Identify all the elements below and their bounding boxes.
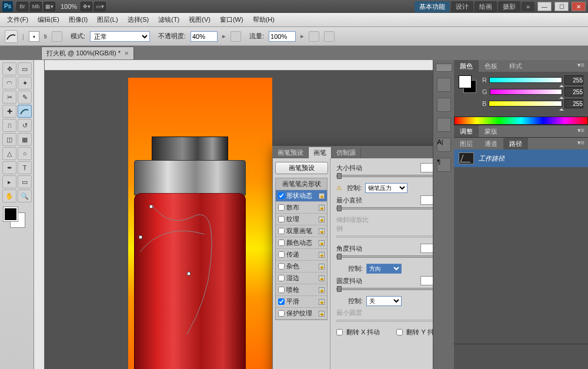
control3-select[interactable]: 关 — [366, 296, 402, 306]
size-jitter-input[interactable] — [420, 163, 433, 172]
lock-icon[interactable]: 🔒 — [319, 252, 325, 258]
menu-window[interactable]: 窗口(W) — [216, 14, 247, 26]
menu-file[interactable]: 文件(F) — [4, 14, 32, 26]
viewmode-icon[interactable]: ▦▾ — [44, 2, 55, 11]
panel-collapse-icon[interactable]: ▸▸ ▾≡ — [429, 151, 433, 158]
mode-select[interactable]: 正常 — [90, 31, 150, 42]
minimize-button[interactable]: — — [537, 2, 552, 11]
brush-tool[interactable] — [18, 105, 32, 118]
min-diam-slider[interactable] — [336, 207, 433, 210]
round-jitter-input[interactable] — [420, 276, 433, 285]
tablet-pressure-icon[interactable] — [324, 31, 335, 42]
tab-adjustments[interactable]: 调整 — [454, 125, 479, 137]
control2-select[interactable]: 方向 — [366, 264, 402, 274]
marquee-tool[interactable]: ▭ — [18, 62, 32, 75]
opt-dual-brush[interactable]: 双重画笔🔒 — [276, 225, 327, 237]
lock-icon[interactable]: 🔒 — [319, 264, 325, 270]
angle-jitter-slider[interactable] — [336, 255, 433, 258]
opt-protect-texture[interactable]: 保护纹理🔒 — [276, 308, 327, 320]
lock-icon[interactable]: 🔒 — [319, 217, 325, 222]
opt-scattering[interactable]: 散布🔒 — [276, 202, 327, 214]
tab-paths[interactable]: 路径 — [503, 138, 528, 149]
opt-airbrush[interactable]: 喷枪🔒 — [276, 284, 327, 296]
dock-navigator-icon[interactable] — [437, 78, 451, 92]
lock-icon[interactable]: 🔒 — [319, 287, 325, 293]
angle-jitter-input[interactable] — [420, 244, 433, 253]
tab-clone-source[interactable]: 仿制源 — [332, 147, 361, 158]
close-button[interactable]: ✕ — [572, 2, 586, 11]
opt-tip-shape[interactable]: 画笔笔尖形状 — [276, 178, 327, 190]
menu-image[interactable]: 图像(I) — [65, 14, 91, 26]
canvas[interactable] — [128, 78, 272, 369]
opt-smoothing[interactable]: 平滑🔒 — [276, 296, 327, 308]
opt-shape-dynamics[interactable]: 形状动态🔒 — [276, 190, 327, 202]
color-spectrum[interactable] — [454, 117, 588, 125]
path-item-work[interactable]: 工作路径 — [454, 149, 588, 167]
foreground-color[interactable] — [4, 207, 18, 221]
workspace-tab-basic[interactable]: 基本功能 — [415, 1, 450, 12]
close-tab-icon[interactable]: ✕ — [124, 50, 129, 56]
b-slider[interactable] — [489, 101, 562, 107]
menu-edit[interactable]: 编辑(E) — [34, 14, 63, 26]
heal-tool[interactable]: ✚ — [2, 105, 16, 118]
g-input[interactable] — [564, 87, 583, 97]
tab-channels[interactable]: 通道 — [479, 138, 503, 149]
flow-input[interactable] — [269, 31, 296, 42]
current-tool-icon[interactable] — [5, 30, 18, 43]
tab-brush[interactable]: 画笔 — [309, 147, 332, 158]
tab-masks[interactable]: 蒙版 — [479, 125, 503, 137]
flipx-checkbox[interactable] — [336, 329, 343, 335]
tab-brush-presets[interactable]: 画笔预设 — [273, 147, 309, 158]
opacity-pressure-icon[interactable] — [230, 31, 241, 42]
dock-character-icon[interactable]: A| — [437, 138, 451, 152]
r-input[interactable] — [564, 75, 583, 85]
minibridge-icon[interactable]: Mb — [30, 2, 42, 11]
dodge-tool[interactable]: ○ — [18, 147, 32, 160]
hand-tool[interactable]: ✋ — [2, 190, 16, 202]
opt-color-dynamics[interactable]: 颜色动态🔒 — [276, 237, 327, 249]
brush-panel-toggle-icon[interactable] — [52, 31, 62, 42]
flipy-checkbox[interactable] — [396, 329, 403, 335]
pen-tool[interactable]: ✒ — [2, 161, 16, 174]
tab-swatches[interactable]: 色板 — [479, 60, 503, 72]
dock-expand-icon[interactable] — [436, 64, 452, 72]
lock-icon[interactable]: 🔒 — [319, 311, 325, 317]
wand-tool[interactable]: ✦ — [18, 77, 32, 89]
opt-texture[interactable]: 纹理🔒 — [276, 214, 327, 225]
min-diam-input[interactable] — [420, 195, 433, 205]
menu-filter[interactable]: 滤镜(T) — [155, 14, 183, 26]
dock-swatches-icon[interactable] — [437, 98, 451, 112]
path-node[interactable] — [149, 205, 153, 208]
brush-preview[interactable]: • — [29, 31, 39, 42]
path-node[interactable] — [139, 235, 142, 239]
dock-paragraph-icon[interactable]: ¶ — [437, 158, 451, 172]
eraser-tool[interactable]: ◫ — [2, 133, 16, 146]
menu-select[interactable]: 选择(S) — [124, 14, 153, 26]
lock-icon[interactable]: 🔒 — [319, 275, 325, 281]
lock-icon[interactable]: 🔒 — [319, 205, 325, 211]
maximize-button[interactable]: ☐ — [554, 2, 569, 11]
blur-tool[interactable]: △ — [2, 147, 16, 160]
panel-menu-icon[interactable]: ▾≡ — [574, 125, 588, 137]
zoom-display[interactable]: 100% — [61, 3, 77, 10]
workspace-tab-paint[interactable]: 绘画 — [475, 1, 497, 12]
document-tab[interactable]: 打火机 @ 100%(RGB/8) * ✕ — [41, 46, 134, 59]
menu-layer[interactable]: 图层(L) — [93, 14, 121, 26]
opt-wet-edges[interactable]: 湿边🔒 — [276, 272, 327, 284]
lock-icon[interactable]: 🔒 — [319, 193, 325, 199]
brush-presets-button[interactable]: 画笔预设 — [275, 162, 328, 174]
ruler-horizontal[interactable] — [45, 60, 433, 71]
workspace-tab-photo[interactable]: 摄影 — [498, 1, 520, 12]
panel-menu-icon[interactable]: ▾≡ — [574, 60, 588, 72]
lock-icon[interactable]: 🔒 — [319, 299, 325, 305]
color-swatch-pair[interactable] — [459, 75, 477, 94]
paths-empty-area[interactable] — [454, 167, 588, 344]
stamp-tool[interactable]: ⎍ — [2, 119, 16, 132]
tab-layers[interactable]: 图层 — [454, 138, 479, 149]
airbrush-icon[interactable] — [309, 31, 319, 42]
gradient-tool[interactable]: ▦ — [18, 133, 32, 146]
zoom-tool[interactable]: 🔍 — [18, 190, 32, 202]
path-node[interactable] — [187, 272, 191, 275]
tab-color[interactable]: 颜色 — [454, 60, 479, 72]
workspace-tab-design[interactable]: 设计 — [451, 1, 473, 12]
